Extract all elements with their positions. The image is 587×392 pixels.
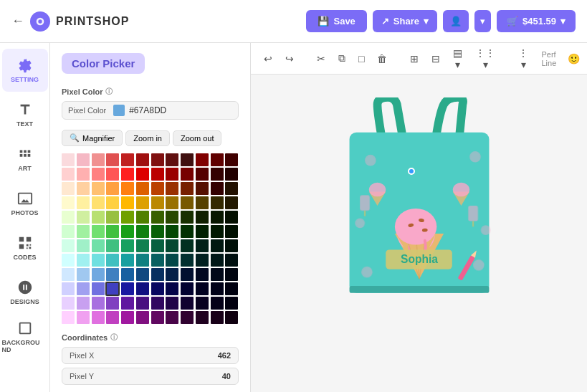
- color-cell[interactable]: [166, 282, 178, 295]
- color-cell[interactable]: [181, 225, 194, 238]
- sidebar-item-text[interactable]: TEXT: [2, 93, 48, 136]
- color-cell[interactable]: [62, 239, 75, 252]
- color-cell[interactable]: [166, 153, 178, 166]
- zoom-out-button[interactable]: Zoom out: [173, 130, 221, 146]
- color-cell[interactable]: [151, 182, 164, 195]
- copy-button[interactable]: ⧉: [334, 49, 350, 67]
- color-cell[interactable]: [151, 196, 164, 209]
- cut-button[interactable]: ✂: [312, 50, 330, 67]
- color-cell[interactable]: [196, 254, 209, 267]
- sidebar-item-art[interactable]: ART: [2, 138, 48, 181]
- color-cell[interactable]: [166, 254, 178, 267]
- color-cell[interactable]: [121, 297, 134, 310]
- color-cell[interactable]: [166, 311, 178, 324]
- color-cell[interactable]: [166, 225, 178, 238]
- color-cell[interactable]: [62, 168, 75, 181]
- color-cell[interactable]: [121, 211, 134, 224]
- color-cell[interactable]: [62, 311, 75, 324]
- color-cell[interactable]: [77, 311, 90, 324]
- color-cell[interactable]: [196, 196, 209, 209]
- color-cell[interactable]: [196, 282, 209, 295]
- color-cell[interactable]: [181, 311, 194, 324]
- undo-button[interactable]: ↩: [259, 50, 277, 67]
- color-cell[interactable]: [136, 168, 149, 181]
- arrange-button[interactable]: ⋮⋮ ▾: [471, 44, 500, 73]
- color-cell[interactable]: [92, 211, 105, 224]
- color-cell[interactable]: [151, 268, 164, 281]
- color-cell[interactable]: [225, 153, 238, 166]
- color-cell[interactable]: [181, 282, 194, 295]
- color-cell[interactable]: [196, 225, 209, 238]
- color-cell[interactable]: [62, 153, 75, 166]
- color-cell[interactable]: [151, 225, 164, 238]
- color-cell[interactable]: [136, 211, 149, 224]
- color-cell[interactable]: [136, 254, 149, 267]
- color-cell[interactable]: [196, 311, 209, 324]
- color-cell[interactable]: [92, 239, 105, 252]
- sidebar-item-designs[interactable]: DESIGNS: [2, 271, 48, 314]
- color-cell[interactable]: [62, 225, 75, 238]
- color-cell[interactable]: [77, 297, 90, 310]
- redo-button[interactable]: ↪: [281, 50, 298, 67]
- color-cell[interactable]: [196, 297, 209, 310]
- color-cell[interactable]: [151, 168, 164, 181]
- profile-dropdown-button[interactable]: ▾: [474, 10, 491, 32]
- distribute-button[interactable]: ▤ ▾: [449, 44, 467, 73]
- color-cell[interactable]: [121, 196, 134, 209]
- color-cell[interactable]: [166, 239, 178, 252]
- color-cell[interactable]: [225, 268, 238, 281]
- color-cell[interactable]: [196, 168, 209, 181]
- color-cell[interactable]: [151, 254, 164, 267]
- color-cell[interactable]: [181, 297, 194, 310]
- color-cell[interactable]: [121, 239, 134, 252]
- color-cell[interactable]: [136, 182, 149, 195]
- sidebar-item-codes[interactable]: CODES: [2, 226, 48, 269]
- color-cell[interactable]: [121, 168, 134, 181]
- color-cell[interactable]: [106, 225, 119, 238]
- color-cell[interactable]: [151, 153, 164, 166]
- color-cell[interactable]: [225, 239, 238, 252]
- color-cell[interactable]: [121, 282, 134, 295]
- color-cell[interactable]: [196, 182, 209, 195]
- cart-button[interactable]: 🛒 $451.59 ▾: [497, 10, 576, 32]
- color-cell[interactable]: [92, 225, 105, 238]
- color-cell[interactable]: [92, 168, 105, 181]
- sidebar-item-setting[interactable]: SETTING: [2, 49, 48, 92]
- color-cell[interactable]: [106, 168, 119, 181]
- sidebar-item-photos[interactable]: PHOTOS: [2, 182, 48, 225]
- color-cell[interactable]: [77, 225, 90, 238]
- delete-button[interactable]: 🗑: [373, 50, 391, 67]
- color-cell[interactable]: [136, 153, 149, 166]
- color-cell[interactable]: [181, 211, 194, 224]
- magnifier-button[interactable]: 🔍 Magnifier: [62, 130, 123, 146]
- color-cell[interactable]: [225, 225, 238, 238]
- color-cell[interactable]: [77, 239, 90, 252]
- color-cell[interactable]: [92, 196, 105, 209]
- color-cell[interactable]: [181, 268, 194, 281]
- color-cell[interactable]: [211, 182, 224, 195]
- color-cell[interactable]: [62, 254, 75, 267]
- color-cell[interactable]: [106, 282, 119, 295]
- profile-button[interactable]: 👤: [443, 10, 469, 32]
- color-cell[interactable]: [77, 268, 90, 281]
- color-cell[interactable]: [106, 182, 119, 195]
- color-cell[interactable]: [136, 196, 149, 209]
- color-cell[interactable]: [211, 225, 224, 238]
- color-cell[interactable]: [225, 254, 238, 267]
- color-cell[interactable]: [62, 196, 75, 209]
- color-cell[interactable]: [151, 239, 164, 252]
- color-cell[interactable]: [181, 168, 194, 181]
- color-cell[interactable]: [166, 297, 178, 310]
- color-cell[interactable]: [225, 168, 238, 181]
- color-cell[interactable]: [106, 211, 119, 224]
- color-cell[interactable]: [106, 297, 119, 310]
- color-cell[interactable]: [92, 153, 105, 166]
- color-cell[interactable]: [225, 196, 238, 209]
- color-cell[interactable]: [181, 239, 194, 252]
- color-cell[interactable]: [196, 211, 209, 224]
- color-cell[interactable]: [151, 282, 164, 295]
- color-cell[interactable]: [211, 268, 224, 281]
- color-cell[interactable]: [166, 268, 178, 281]
- color-cell[interactable]: [211, 311, 224, 324]
- save-button[interactable]: 💾 Save: [306, 10, 366, 32]
